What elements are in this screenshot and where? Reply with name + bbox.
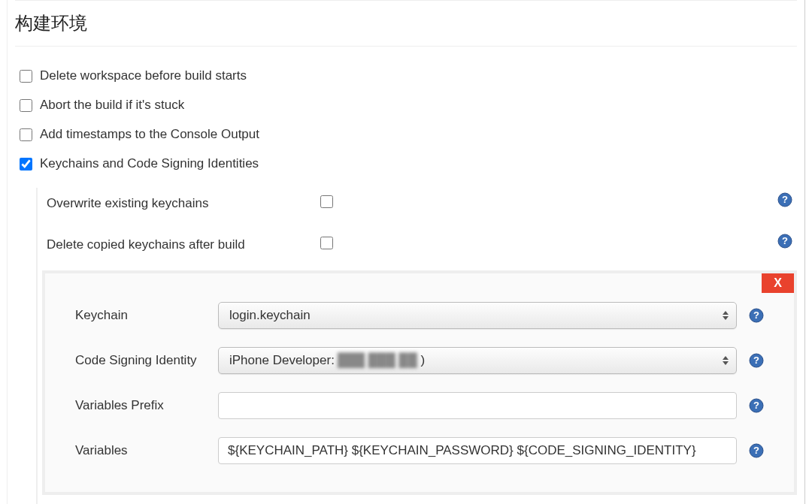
overwrite-row: Overwrite existing keychains ?: [42, 188, 797, 229]
code-signing-select-value: iPhone Developer:███ ███ ██ ): [229, 353, 425, 368]
variables-prefix-input[interactable]: [218, 392, 737, 419]
variables-prefix-label: Variables Prefix: [75, 398, 211, 413]
keychain-select[interactable]: login.keychain: [218, 302, 737, 329]
code-signing-select[interactable]: iPhone Developer:███ ███ ██ ): [218, 347, 737, 374]
help-icon[interactable]: ?: [749, 443, 764, 458]
help-icon[interactable]: ?: [777, 234, 792, 249]
keychains-checkbox[interactable]: [20, 158, 32, 171]
option-keychains: Keychains and Code Signing Identities: [20, 151, 797, 180]
help-icon[interactable]: ?: [749, 308, 764, 323]
overwrite-checkbox[interactable]: [320, 195, 333, 208]
timestamps-label: Add timestamps to the Console Output: [40, 127, 259, 142]
section-title: 构建环境: [15, 0, 797, 47]
delete-copied-label: Delete copied keychains after build: [42, 237, 320, 252]
option-abort-stuck: Abort the build if it's stuck: [20, 92, 797, 122]
select-arrows-icon: [723, 311, 729, 320]
variables-input[interactable]: [218, 437, 737, 464]
code-signing-row: Code Signing Identity iPhone Developer:█…: [75, 338, 764, 383]
keychain-row: Keychain login.keychain ?: [75, 293, 764, 338]
keychain-label: Keychain: [75, 308, 211, 323]
delete-workspace-label: Delete workspace before build starts: [40, 68, 247, 83]
svg-text:?: ?: [782, 235, 788, 246]
keychains-label: Keychains and Code Signing Identities: [40, 156, 259, 171]
svg-text:?: ?: [753, 309, 759, 321]
help-icon[interactable]: ?: [749, 398, 764, 413]
keychain-block: X Keychain login.keychain ?: [42, 270, 797, 495]
variables-label: Variables: [75, 443, 211, 458]
option-timestamps: Add timestamps to the Console Output: [20, 122, 797, 151]
timestamps-checkbox[interactable]: [20, 128, 32, 141]
abort-stuck-label: Abort the build if it's stuck: [40, 98, 184, 113]
delete-keychain-button[interactable]: X: [762, 273, 794, 293]
delete-workspace-checkbox[interactable]: [20, 70, 32, 83]
variables-row: Variables ?: [75, 428, 764, 473]
svg-text:?: ?: [782, 194, 788, 205]
delete-copied-checkbox[interactable]: [320, 237, 333, 249]
svg-text:?: ?: [753, 445, 759, 456]
delete-copied-row: Delete copied keychains after build ?: [42, 229, 797, 270]
keychain-select-value: login.keychain: [229, 308, 311, 323]
svg-text:?: ?: [753, 400, 759, 411]
select-arrows-icon: [723, 356, 729, 365]
abort-stuck-checkbox[interactable]: [20, 99, 32, 112]
variables-prefix-row: Variables Prefix ?: [75, 383, 764, 428]
option-delete-workspace: Delete workspace before build starts: [20, 63, 797, 92]
keychains-subsection: Overwrite existing keychains ? Delete co…: [36, 188, 797, 504]
code-signing-label: Code Signing Identity: [75, 353, 211, 368]
overwrite-label: Overwrite existing keychains: [42, 196, 320, 211]
help-icon[interactable]: ?: [749, 353, 764, 368]
svg-text:?: ?: [753, 355, 759, 366]
help-icon[interactable]: ?: [777, 192, 792, 207]
